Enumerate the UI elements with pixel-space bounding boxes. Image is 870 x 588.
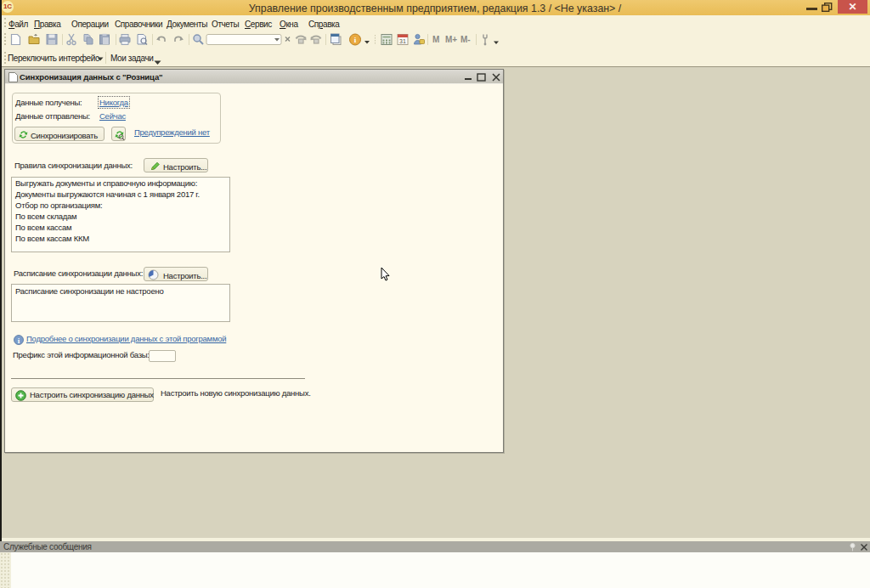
svg-text:M-: M- [460, 35, 471, 44]
svg-text:M+: M+ [445, 35, 457, 44]
svg-text:M: M [432, 35, 439, 44]
svg-text:31: 31 [399, 38, 406, 44]
